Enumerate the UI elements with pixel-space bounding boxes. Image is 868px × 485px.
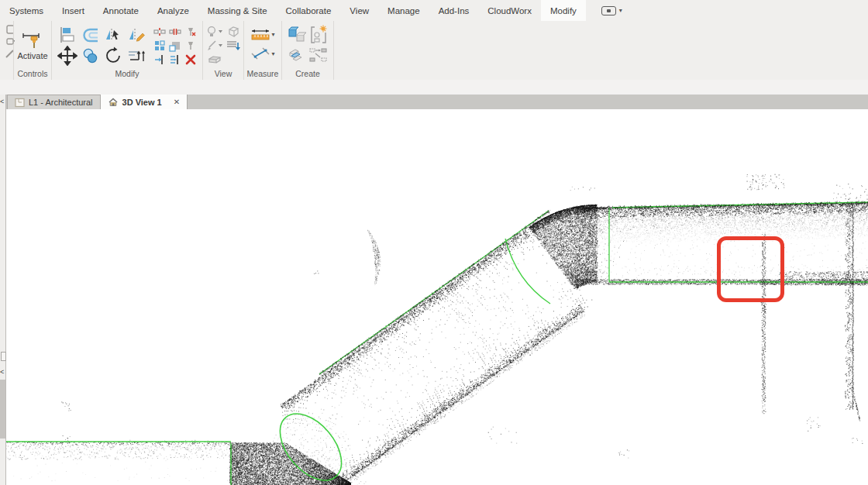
measure-ruler-icon[interactable] [250, 28, 270, 42]
create-panel: Create [282, 21, 334, 80]
create-group-icon[interactable] [308, 46, 329, 65]
menu-tab-addins[interactable]: Add-Ins [429, 0, 479, 21]
view-tab-label: 3D View 1 [122, 98, 162, 107]
activate-button[interactable]: Activate [17, 31, 47, 60]
activate-label: Activate [17, 51, 47, 60]
close-tab-icon[interactable]: ✕ [174, 98, 180, 106]
clipped-brush-icon [2, 50, 13, 59]
mirror-pick-axis-icon[interactable] [105, 26, 123, 44]
measure-between-refs-icon[interactable] [250, 45, 270, 64]
paintbrush-icon[interactable] [205, 40, 224, 52]
measure-panel-label[interactable]: Measure [244, 68, 281, 80]
rail-button[interactable] [1, 352, 6, 361]
trim-extend-single-icon[interactable] [153, 53, 166, 66]
menu-tab-modify[interactable]: Modify [541, 0, 586, 21]
measure-line-caret-icon[interactable]: ▾ [271, 51, 274, 57]
align-icon[interactable] [58, 26, 77, 44]
scale-icon[interactable] [169, 40, 181, 52]
create-similar-icon[interactable] [287, 25, 307, 45]
hidden-elements-lightbulb-icon[interactable] [205, 26, 224, 38]
floorplan-icon [15, 98, 25, 108]
clipped-box-caret-icon [2, 38, 15, 46]
expand-panel-chevron-icon[interactable]: < [0, 98, 4, 105]
measure-caret-icon[interactable]: ▾ [271, 32, 274, 38]
modify-panel-label[interactable]: Modify [52, 68, 202, 80]
activate-pin-icon [21, 31, 44, 51]
brick-icon [208, 54, 222, 65]
menu-tab-systems[interactable]: Systems [0, 0, 53, 21]
home-icon [108, 97, 119, 107]
copy-icon[interactable] [81, 46, 101, 65]
match-type-properties-icon[interactable] [153, 40, 166, 52]
view-tab-label: L1 - Architectural [29, 98, 93, 107]
controls-panel-label[interactable]: Controls [14, 68, 51, 80]
menu-tab-collaborate[interactable]: Collaborate [277, 0, 341, 21]
clipped-box-icon [2, 25, 13, 34]
create-panel-label[interactable]: Create [282, 68, 333, 80]
caret-down-icon: ▾ [619, 8, 622, 14]
mirror-draw-axis-icon[interactable] [128, 26, 146, 44]
legend-component-icon[interactable] [308, 25, 329, 45]
menu-tab-massing-site[interactable]: Massing & Site [198, 0, 277, 21]
underlay-icon[interactable] [226, 40, 241, 52]
cube-icon [226, 26, 240, 38]
measure-panel: ▾ ▾ Measure [244, 21, 282, 80]
unpin-icon[interactable] [184, 26, 197, 38]
create-assembly-icon[interactable] [287, 46, 307, 65]
ribbon-tab-bar: Systems Insert Annotate Analyze Massing … [0, 0, 868, 21]
expand-panel-chevron-icon[interactable]: < [0, 369, 4, 376]
collapsed-panel-rail: < < [0, 95, 6, 485]
menu-tab-cloudworx[interactable]: CloudWorx [478, 0, 541, 21]
ribbon: Activate Controls [0, 21, 868, 81]
delete-icon[interactable] [184, 53, 197, 66]
options-bar [0, 80, 868, 95]
ribbon-state-icon [601, 6, 616, 15]
menu-tab-annotate[interactable]: Annotate [94, 0, 148, 21]
split-with-gap-icon[interactable] [169, 26, 181, 38]
view-tab-3d-view-1[interactable]: 3D View 1 ✕ [101, 95, 188, 109]
view-panel: View [203, 21, 244, 80]
menu-tab-insert[interactable]: Insert [53, 0, 94, 21]
offset-icon[interactable] [81, 26, 101, 44]
view-tab-strip: L1 - Architectural 3D View 1 ✕ [0, 95, 868, 109]
modify-panel: Modify [52, 21, 203, 80]
rotate-icon[interactable] [104, 46, 124, 66]
menu-tab-manage[interactable]: Manage [378, 0, 429, 21]
view-panel-label[interactable]: View [203, 68, 243, 80]
menu-tab-analyze[interactable]: Analyze [148, 0, 198, 21]
rail-scrollbar-thumb[interactable] [0, 380, 5, 439]
clipped-panel-edge [0, 21, 14, 80]
menu-tab-view[interactable]: View [340, 0, 378, 21]
ribbon-display-toggle[interactable]: ▾ [597, 0, 627, 21]
move-icon[interactable] [57, 46, 78, 66]
controls-panel: Activate Controls [14, 21, 52, 80]
trim-extend-corner-icon[interactable] [127, 46, 147, 66]
pin-icon[interactable] [184, 40, 197, 52]
split-element-icon[interactable] [153, 26, 166, 38]
view-tab-l1-architectural[interactable]: L1 - Architectural [7, 95, 101, 109]
trim-extend-multiple-icon[interactable] [169, 53, 181, 66]
selection-rectangle [717, 236, 784, 302]
